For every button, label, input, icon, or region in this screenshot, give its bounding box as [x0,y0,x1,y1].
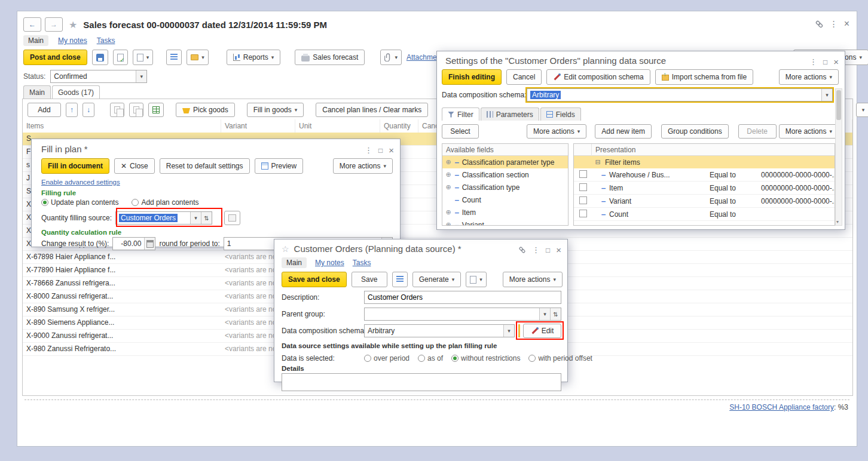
nav-tab-my-notes[interactable]: My notes [58,36,87,45]
radio-without-restrictions[interactable]: without restrictions [451,354,520,362]
radio-with-period-offset[interactable]: with period offset [528,354,592,362]
filter-item-row[interactable]: ‒CountEqual to [574,208,835,221]
post-and-close-button[interactable]: Post and close [23,50,87,65]
save-button[interactable] [92,50,108,65]
print-menu-button[interactable]: ▾ [187,50,209,65]
pick-goods-button[interactable]: Pick goods [176,103,235,117]
column-header-variant[interactable]: Variant [221,119,295,133]
expand-icon[interactable]: ⊕ [445,183,452,191]
available-field-item[interactable]: ⊕‒Classification section [442,168,568,181]
document-register-button[interactable] [166,50,182,65]
delete-button[interactable]: Delete [738,124,777,139]
description-input[interactable] [364,291,561,304]
kebab-menu-icon[interactable]: ⋮ [830,19,838,29]
filter-more-actions-button[interactable]: More actions▾ [779,124,839,139]
add-row-button[interactable]: Add [27,103,61,117]
edit-schema-button[interactable]: Edit [523,324,561,338]
filter-items-group-row[interactable]: ⊟ Filter items [574,156,835,168]
expand-icon[interactable]: ⊕ [445,208,452,216]
kebab-menu-icon[interactable]: ⋮ [365,146,372,155]
quantity-filling-source-combobox[interactable]: Customer Orders ▾ ⇅ [115,211,212,225]
get-link-icon[interactable] [815,20,824,29]
import-schema-button[interactable]: Import schema from file [655,69,753,85]
select-button[interactable]: Select [442,124,479,139]
paste-button[interactable] [129,103,143,117]
tab-parameters[interactable]: Parameters [481,107,539,121]
save-button[interactable]: Save [352,272,387,287]
move-down-button[interactable]: ↓ [82,103,94,117]
status-combobox[interactable]: Confirmed ▾ [50,70,147,83]
copy-button[interactable] [110,103,124,117]
collapse-icon[interactable]: ⊟ [594,158,601,166]
edit-composition-schema-button[interactable]: Edit composition schema [546,69,650,85]
nav-tab-tasks[interactable]: Tasks [97,36,115,45]
available-field-item[interactable]: ⊕‒Classification type [442,181,568,193]
create-based-on-button[interactable]: ▾ [133,50,154,65]
export-to-spreadsheet-button[interactable] [148,103,164,117]
close-dialog-icon[interactable]: × [556,245,561,255]
maximize-icon[interactable]: □ [823,58,827,66]
more-actions-button[interactable]: More actions▾ [779,69,839,85]
save-and-close-button[interactable]: Save and close [282,272,347,287]
tab-filter[interactable]: Filter [442,107,479,121]
expand-icon[interactable]: ⊕ [445,221,452,226]
filter-use-checkbox[interactable] [579,170,587,178]
calculator-icon[interactable] [144,238,155,250]
document-register-button[interactable] [392,272,408,287]
finish-editing-button[interactable]: Finish editing [442,69,502,85]
open-value-icon[interactable]: ⇅ [550,308,561,320]
forward-button[interactable]: → [45,17,63,32]
filter-use-checkbox[interactable] [579,210,587,217]
reports-button[interactable]: Reports▾ [227,50,281,65]
doc-tab-goods[interactable]: Goods (17) [52,85,100,99]
create-based-on-button[interactable]: ▾ [466,272,487,287]
close-dialog-icon[interactable]: × [389,145,394,155]
tab-fields[interactable]: Fields [540,107,581,121]
expand-icon[interactable]: ⊕ [445,158,452,166]
dropdown-arrow-icon[interactable]: ▾ [821,89,832,101]
attachments-menu-button[interactable]: ▾ [380,50,402,65]
footer-factory-link[interactable]: SH-10 BOSCH Appliance factory [729,403,834,411]
filter-item-row[interactable]: ‒ItemEqual to00000000-0000-0000-... [574,182,835,195]
print-sales-forecast-button[interactable]: Sales forecast [295,50,365,65]
filter-use-checkbox[interactable] [579,196,587,204]
scroll-down-icon[interactable]: ▾ [836,219,839,225]
column-header-unit[interactable]: Unit [295,119,380,133]
group-conditions-button[interactable]: Group conditions [661,124,729,139]
expand-icon[interactable]: ⊕ [445,171,452,179]
close-window-icon[interactable]: × [844,19,849,29]
maximize-icon[interactable]: □ [546,246,550,254]
open-value-icon[interactable]: ⇅ [201,212,212,224]
details-textarea[interactable] [282,373,561,391]
goods-toolbar-dropdown-fragment[interactable]: ▾ [856,103,868,117]
radio-add-plan-contents[interactable]: Add plan contents [132,198,198,207]
doc-tab-main[interactable]: Main [23,85,51,99]
schedule-settings-button[interactable] [224,211,240,225]
close-button[interactable]: ✕Close [114,158,155,174]
post-button[interactable] [113,50,128,65]
nav-tab-tasks[interactable]: Tasks [353,259,371,267]
filter-use-checkbox[interactable] [579,183,587,191]
dropdown-arrow-icon[interactable]: ▾ [190,212,201,224]
fill-in-document-button[interactable]: Fill in document [41,158,109,174]
filter-item-row[interactable]: ‒Warehouse / Bus...Equal to00000000-0000… [574,168,835,182]
cancel-button[interactable]: Cancel [506,69,542,85]
close-dialog-icon[interactable]: × [833,57,839,67]
schema-combobox[interactable]: Arbitrary ▾ [364,324,515,337]
favorite-star-icon[interactable]: ☆ [282,244,289,254]
more-actions-button[interactable]: More actions▾ [503,272,563,287]
dropdown-arrow-icon[interactable]: ▾ [539,308,550,320]
reset-settings-button[interactable]: Reset to default settings [160,158,250,174]
generate-button[interactable]: Generate▾ [412,272,461,287]
column-header-quantity[interactable]: Quantity [380,119,418,133]
kebab-menu-icon[interactable]: ⋮ [809,57,817,66]
parent-group-combobox[interactable]: ▾ ⇅ [364,308,561,321]
column-header-items[interactable]: Items [23,119,221,133]
change-result-input[interactable]: -80.00 [112,237,155,250]
nav-tab-main[interactable]: Main [23,35,48,46]
dropdown-arrow-icon[interactable]: ▾ [503,325,514,337]
kebab-menu-icon[interactable]: ⋮ [532,245,540,254]
favorite-star-icon[interactable]: ★ [69,19,77,30]
add-new-item-button[interactable]: Add new item [595,124,652,139]
composition-schema-combobox[interactable]: Arbitrary ▾ [527,88,833,102]
